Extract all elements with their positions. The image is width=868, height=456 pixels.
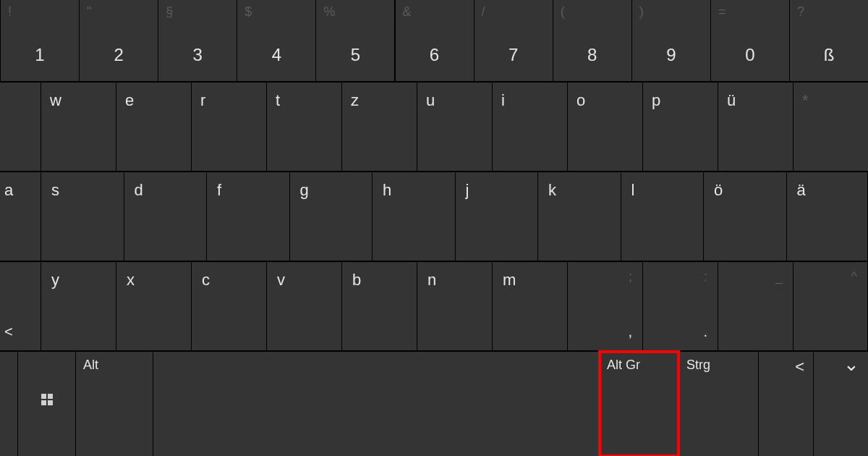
chevron-left-icon: < xyxy=(795,358,804,376)
key-u[interactable]: u xyxy=(417,83,492,171)
key-shift-label: / xyxy=(482,4,485,20)
key-altgr[interactable]: Alt Gr xyxy=(600,352,678,456)
key-i[interactable]: i xyxy=(493,83,567,171)
key-main-label: Strg xyxy=(686,358,710,373)
key-num-5[interactable]: %5 xyxy=(316,0,394,81)
key-main-label: < xyxy=(4,324,13,340)
key-main-label: ö xyxy=(714,181,723,200)
key-punct-0[interactable]: ;, xyxy=(568,262,642,350)
key-shift-label: % xyxy=(323,4,335,20)
key-main-label: p xyxy=(652,91,660,110)
key-shift-label: : xyxy=(704,269,707,284)
key-main-label: . xyxy=(703,324,707,340)
key-ö[interactable]: ö xyxy=(704,172,786,261)
key-z[interactable]: z xyxy=(342,83,417,171)
key-num-9[interactable]: )9 xyxy=(632,0,710,81)
key-ü[interactable]: ü xyxy=(718,83,793,171)
key-f[interactable]: f xyxy=(207,172,289,261)
key-main-label: , xyxy=(628,324,632,340)
key-main-label: n xyxy=(427,271,436,290)
key-main-label: 4 xyxy=(272,45,281,65)
key-w[interactable]: w xyxy=(41,83,116,171)
key-num-0[interactable]: =0 xyxy=(711,0,789,81)
key-num-7[interactable]: /7 xyxy=(475,0,553,81)
key-main-label: 1 xyxy=(35,45,44,65)
key-y[interactable]: y xyxy=(41,262,116,350)
key-shift-label: ( xyxy=(561,4,565,20)
key-main-label: b xyxy=(352,271,361,290)
key-main-label: ü xyxy=(727,91,736,110)
key-n[interactable]: n xyxy=(417,262,492,350)
key-shift-label: " xyxy=(87,4,91,20)
key-g[interactable]: g xyxy=(290,172,373,261)
key-p[interactable]: p xyxy=(643,83,718,171)
key-num-3[interactable]: §3 xyxy=(158,0,237,81)
key-strg[interactable]: Strg xyxy=(679,352,758,456)
key-r[interactable]: r xyxy=(192,83,266,171)
key-main-label: 7 xyxy=(509,45,518,65)
key-main-label: g xyxy=(300,181,309,200)
key-a[interactable]: a xyxy=(0,172,41,261)
key-main-label: 2 xyxy=(114,45,123,65)
key-num-4[interactable]: $4 xyxy=(237,0,315,81)
key-stub-tab[interactable] xyxy=(0,83,41,171)
key-collapse[interactable]: ⌄ xyxy=(814,352,868,456)
key-main-label: o xyxy=(576,91,585,110)
key-stub-bottom-left[interactable] xyxy=(0,352,17,456)
key-k[interactable]: k xyxy=(538,172,621,261)
key-o[interactable]: o xyxy=(568,83,642,171)
key-main-label: m xyxy=(503,271,516,290)
key-windows[interactable] xyxy=(18,352,75,456)
key-main-label: 6 xyxy=(430,45,439,65)
key-v[interactable]: v xyxy=(267,262,341,350)
key-*[interactable]: * xyxy=(793,83,868,171)
key-main-label: 9 xyxy=(666,45,676,65)
key-back[interactable]: < xyxy=(759,352,813,456)
key-m[interactable]: m xyxy=(493,262,567,350)
key-d[interactable]: d xyxy=(124,172,207,261)
key-main-label: ä xyxy=(797,181,806,200)
key-main-label: i xyxy=(501,91,505,110)
key-punct-2[interactable]: _ xyxy=(718,262,793,350)
key-shift-label: = xyxy=(718,4,726,20)
key-shift-label: ; xyxy=(629,269,632,284)
key-num-8[interactable]: (8 xyxy=(553,0,631,81)
key-alt[interactable]: Alt xyxy=(76,352,153,456)
key-main-label: h xyxy=(383,181,391,200)
key-j[interactable]: j xyxy=(456,172,538,261)
key-num-ß[interactable]: ?ß xyxy=(790,0,868,81)
key-b[interactable]: b xyxy=(342,262,417,350)
key-main-label: Alt xyxy=(83,358,98,373)
key-shift-label: § xyxy=(166,4,173,20)
key-s[interactable]: s xyxy=(41,172,124,261)
key-main-label: t xyxy=(276,91,280,110)
key-shift-label: _ xyxy=(775,269,783,284)
key-main-label: k xyxy=(548,181,556,200)
key-num-2[interactable]: "2 xyxy=(80,0,158,81)
key-punct-1[interactable]: :. xyxy=(643,262,718,350)
key-main-label: v xyxy=(277,271,285,290)
key-num-6[interactable]: &6 xyxy=(396,0,474,81)
key-e[interactable]: e xyxy=(116,83,191,171)
key-c[interactable]: c xyxy=(192,262,266,350)
key-lt[interactable]: < xyxy=(0,262,41,350)
key-t[interactable]: t xyxy=(267,83,341,171)
key-main-label: f xyxy=(217,181,221,200)
key-punct-3[interactable]: ^ xyxy=(793,262,867,350)
key-main-label: 5 xyxy=(351,45,360,65)
key-main-label: c xyxy=(202,271,210,290)
key-h[interactable]: h xyxy=(373,172,455,261)
key-main-label: 8 xyxy=(587,45,597,65)
key-main-label: Alt Gr xyxy=(607,358,640,373)
key-main-label: a xyxy=(4,181,13,200)
key-space[interactable] xyxy=(153,352,599,456)
key-main-label: 0 xyxy=(745,45,754,65)
key-main-label: e xyxy=(125,91,134,110)
key-shift-label: & xyxy=(403,4,412,20)
key-main-label: j xyxy=(466,181,469,200)
key-ä[interactable]: ä xyxy=(787,172,868,261)
key-shift-label: ) xyxy=(639,4,644,20)
key-num-1[interactable]: !1 xyxy=(1,0,79,81)
key-l[interactable]: l xyxy=(621,172,704,261)
key-x[interactable]: x xyxy=(116,262,191,350)
